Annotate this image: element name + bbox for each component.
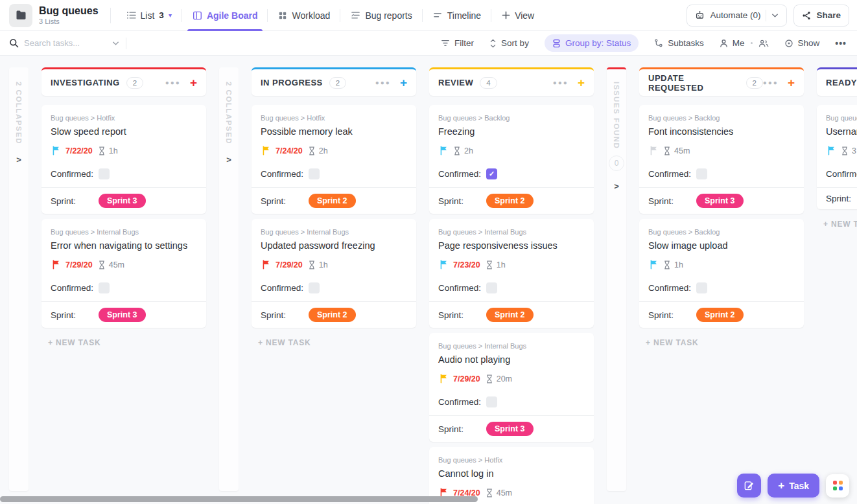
due-date[interactable]: 7/23/20: [453, 260, 480, 269]
task-card[interactable]: Bug queues > Internal BugsPage responsiv…: [429, 219, 594, 328]
sprint-tag[interactable]: Sprint 3: [486, 422, 534, 436]
priority-flag-icon[interactable]: [440, 374, 448, 384]
task-card[interactable]: Bug queues > BacklogSlow image upload1hC…: [639, 219, 804, 328]
confirmed-checkbox[interactable]: [99, 168, 110, 179]
group-by-button[interactable]: Group by: Status: [545, 34, 639, 52]
subtasks-button[interactable]: Subtasks: [654, 38, 704, 48]
new-task-button[interactable]: + NEW TASK: [48, 338, 206, 347]
sprint-tag[interactable]: Sprint 2: [309, 308, 356, 322]
filter-button[interactable]: Filter: [441, 38, 474, 48]
task-title[interactable]: Cannot log in: [438, 468, 585, 479]
task-card[interactable]: Bug queues > Internal BugsAudio not play…: [429, 333, 594, 442]
column-menu-button[interactable]: ●●●: [375, 79, 391, 86]
automate-button[interactable]: Automate (0): [687, 5, 787, 27]
priority-flag-icon[interactable]: [827, 146, 836, 155]
tab-workload[interactable]: Workload: [268, 0, 340, 31]
sprint-tag[interactable]: Sprint 2: [486, 194, 534, 208]
priority-flag-icon[interactable]: [650, 260, 658, 269]
show-button[interactable]: Show: [784, 38, 820, 48]
priority-flag-icon[interactable]: [440, 146, 448, 155]
expand-icon[interactable]: >: [614, 181, 619, 191]
apps-grid-button[interactable]: [826, 474, 849, 498]
confirmed-checkbox[interactable]: [696, 168, 707, 179]
confirmed-checkbox[interactable]: [99, 282, 110, 293]
column-menu-button[interactable]: ●●●: [553, 79, 569, 86]
add-task-button[interactable]: +: [190, 76, 197, 89]
task-title[interactable]: Username: [826, 126, 857, 137]
task-title[interactable]: Font inconsistencies: [648, 126, 795, 137]
task-title[interactable]: Updated password freezing: [261, 240, 407, 251]
task-title[interactable]: Possible memory leak: [261, 126, 407, 137]
column-menu-button[interactable]: ●●●: [763, 79, 779, 86]
task-card[interactable]: Bug queues >Username3Confirmed:Sprint:: [817, 105, 857, 209]
chevron-down-icon[interactable]: ▾: [169, 12, 172, 19]
confirmed-checkbox[interactable]: [696, 282, 707, 293]
collapsed-column[interactable]: ISSUES FOUND0>: [607, 67, 626, 491]
priority-flag-icon[interactable]: [440, 260, 448, 269]
task-title[interactable]: Audio not playing: [438, 354, 585, 365]
task-card[interactable]: Bug queues > HotfixSlow speed report7/22…: [41, 105, 206, 214]
due-date[interactable]: 7/29/20: [276, 260, 303, 269]
sprint-tag[interactable]: Sprint 3: [696, 194, 744, 208]
tab-agile-board[interactable]: Agile Board: [182, 0, 268, 31]
add-task-fab[interactable]: + Task: [768, 474, 819, 498]
tab-view[interactable]: View: [491, 0, 545, 31]
column-menu-button[interactable]: ●●●: [165, 79, 181, 86]
task-title[interactable]: Page responsiveness issues: [438, 240, 585, 251]
sprint-tag[interactable]: Sprint 2: [696, 308, 744, 322]
chevron-down-icon[interactable]: [112, 41, 119, 46]
me-filter[interactable]: Me: [720, 38, 769, 48]
chevron-down-icon[interactable]: [771, 13, 779, 18]
collapsed-column[interactable]: 2 COLLAPSED>: [219, 67, 239, 491]
confirmed-checkbox[interactable]: [486, 282, 497, 293]
quick-edit-button[interactable]: [737, 474, 761, 498]
search-box[interactable]: [9, 38, 119, 48]
due-date[interactable]: 7/22/20: [65, 146, 93, 155]
priority-flag-icon[interactable]: [52, 260, 60, 269]
task-title[interactable]: Slow image upload: [648, 240, 795, 251]
horizontal-scrollbar[interactable]: [0, 496, 478, 502]
due-date[interactable]: 7/29/20: [65, 260, 93, 269]
due-date[interactable]: 7/29/20: [453, 374, 480, 384]
priority-flag-icon[interactable]: [262, 260, 270, 269]
more-options-button[interactable]: •••: [835, 38, 847, 49]
confirmed-checkbox[interactable]: [309, 282, 320, 293]
priority-flag-icon[interactable]: [262, 146, 270, 155]
sort-button[interactable]: Sort by: [489, 38, 529, 48]
task-card[interactable]: Bug queues > HotfixCannot log in7/24/204…: [429, 447, 594, 504]
priority-flag-icon[interactable]: [52, 146, 60, 155]
expand-icon[interactable]: >: [226, 155, 231, 165]
add-task-button[interactable]: +: [400, 76, 407, 89]
sprint-tag[interactable]: Sprint 2: [486, 308, 534, 322]
sprint-tag[interactable]: Sprint 3: [99, 194, 146, 208]
add-task-button[interactable]: +: [578, 76, 585, 89]
task-card[interactable]: Bug queues > BacklogFont inconsistencies…: [639, 105, 804, 214]
expand-icon[interactable]: >: [16, 155, 21, 165]
task-card[interactable]: Bug queues > Internal BugsUpdated passwo…: [252, 219, 416, 328]
confirmed-checkbox[interactable]: [309, 168, 320, 179]
new-task-button[interactable]: + NEW TASK: [258, 338, 416, 347]
task-card[interactable]: Bug queues > HotfixPossible memory leak7…: [252, 105, 416, 214]
confirmed-checkbox[interactable]: ✓: [486, 168, 497, 179]
priority-flag-icon[interactable]: [650, 146, 658, 155]
task-title[interactable]: Error when navigating to settings: [51, 240, 197, 251]
divider: [110, 8, 111, 23]
search-input[interactable]: [24, 38, 107, 48]
tab-timeline[interactable]: Timeline: [423, 0, 491, 31]
confirmed-checkbox[interactable]: [486, 396, 497, 407]
tab-bug-reports[interactable]: Bug reports: [340, 0, 422, 31]
task-card[interactable]: Bug queues > Internal BugsError when nav…: [41, 219, 206, 328]
new-task-button[interactable]: + NEW TASK: [823, 220, 857, 229]
task-card[interactable]: Bug queues > BacklogFreezing2hConfirmed:…: [429, 105, 594, 214]
task-title[interactable]: Slow speed report: [51, 126, 197, 137]
sprint-tag[interactable]: Sprint 2: [309, 194, 356, 208]
new-task-button[interactable]: + NEW TASK: [646, 338, 804, 347]
task-title[interactable]: Freezing: [438, 126, 585, 137]
people-icon[interactable]: [758, 39, 769, 48]
share-button[interactable]: Share: [793, 5, 849, 27]
due-date[interactable]: 7/24/20: [276, 146, 303, 155]
collapsed-column[interactable]: 2 COLLAPSED>: [9, 67, 29, 491]
sprint-tag[interactable]: Sprint 3: [99, 308, 146, 322]
add-task-button[interactable]: +: [788, 76, 795, 89]
tab-list[interactable]: List3▾: [116, 0, 182, 31]
